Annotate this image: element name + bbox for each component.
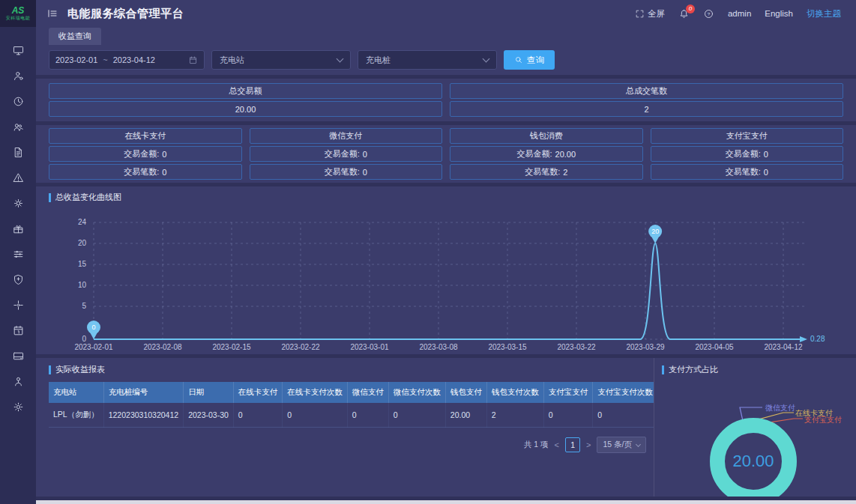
search-icon <box>514 55 523 64</box>
fullscreen-icon <box>635 9 645 19</box>
count-label: 交易笔数: <box>726 166 761 177</box>
count-value: 2 <box>563 168 567 177</box>
pie-label-alipay: 支付宝支付 <box>804 415 842 425</box>
settings-gear-icon <box>12 401 25 413</box>
page-size-select[interactable]: 15 条/页 <box>597 437 646 453</box>
donut-center-value: 20.00 <box>732 452 774 471</box>
summary-card-total-count: 总成交笔数 2 <box>450 83 843 117</box>
svg-text:20: 20 <box>78 239 87 247</box>
payment-card-amount: 交易金额:0 <box>250 146 443 162</box>
station-select-value: 充电站 <box>220 55 244 66</box>
amount-value: 0 <box>363 150 367 159</box>
operator-config-icon <box>12 70 25 82</box>
count-value: 0 <box>764 168 768 177</box>
pile-select[interactable]: 充电桩 <box>358 50 497 70</box>
col-header: 微信支付次数 <box>388 382 445 403</box>
cell-alipay-pay: 0 <box>543 403 593 428</box>
sidebar-item-card-reader[interactable] <box>0 343 36 368</box>
svg-text:2023-03-29: 2023-03-29 <box>626 343 665 351</box>
next-page-button[interactable]: > <box>586 440 591 449</box>
amount-value: 20.00 <box>555 150 576 159</box>
main-area: 电能服务综合管理平台 全屏 0 ? admin English 切换主题 收益 <box>36 0 856 504</box>
topbar-right: 全屏 0 ? admin English 切换主题 <box>635 8 841 19</box>
person-network-icon <box>12 375 25 388</box>
pagination: 共 1 项 < 1 > 15 条/页 <box>49 437 646 453</box>
report-panel: 实际收益报表 充电站 充电桩编号 日期 在线卡支付 在线卡支付次数 微信支付 <box>36 358 654 497</box>
help-icon: ? <box>703 8 714 19</box>
query-button-label: 查询 <box>527 55 544 66</box>
sidebar-item-crosshair[interactable] <box>0 292 36 318</box>
col-header: 支付宝支付次数 <box>593 382 654 403</box>
sidebar-item-calendar[interactable] <box>0 318 36 343</box>
sidebar-item-settings-gear[interactable] <box>0 394 36 419</box>
sidebar-item-users[interactable] <box>0 114 36 139</box>
theme-toggle-link[interactable]: 切换主题 <box>807 8 841 19</box>
page-title: 电能服务综合管理平台 <box>67 7 184 21</box>
svg-text:10: 10 <box>78 281 87 289</box>
svg-text:24: 24 <box>78 218 87 226</box>
report-title: 实际收益报表 <box>55 364 105 375</box>
tab-revenue-query[interactable]: 收益查询 <box>49 28 101 45</box>
cell-online-card-count: 0 <box>283 403 348 428</box>
tabbar: 收益查询 <box>36 27 856 45</box>
col-header: 充电桩编号 <box>103 382 183 403</box>
query-button[interactable]: 查询 <box>504 50 555 70</box>
amount-value: 0 <box>764 150 768 159</box>
prev-page-button[interactable]: < <box>555 440 559 449</box>
col-header: 日期 <box>184 382 234 403</box>
payment-card-title: 微信支付 <box>250 128 443 144</box>
help-button[interactable]: ? <box>703 8 714 19</box>
svg-text:2023-04-05: 2023-04-05 <box>695 343 734 351</box>
revenue-report-table: 充电站 充电桩编号 日期 在线卡支付 在线卡支付次数 微信支付 微信支付次数 钱… <box>49 382 654 428</box>
date-separator: ~ <box>103 55 107 64</box>
payment-card-alipay: 支付宝支付 交易金额:0 交易笔数:0 <box>651 128 844 180</box>
sidebar-item-device-gear[interactable] <box>0 190 36 216</box>
revenue-line-chart: 24201510502023-02-012023-02-082023-02-15… <box>49 203 843 353</box>
sidebar-item-sliders[interactable] <box>0 241 36 267</box>
pie-title-row: 支付方式占比 <box>662 364 849 375</box>
col-header: 在线卡支付 <box>233 382 283 403</box>
svg-text:2023-02-15: 2023-02-15 <box>212 343 251 351</box>
date-range-picker[interactable]: 2023-02-01 ~ 2023-04-12 <box>49 50 205 70</box>
svg-text:15: 15 <box>78 260 87 268</box>
summary-card-title: 总交易额 <box>49 83 442 99</box>
payment-card-wechat: 微信支付 交易金额:0 交易笔数:0 <box>250 128 443 180</box>
sidebar-item-monitor[interactable] <box>0 37 36 63</box>
payment-card-count: 交易笔数:2 <box>450 164 643 180</box>
sidebar-item-operator-config[interactable] <box>0 63 36 88</box>
svg-text:20: 20 <box>651 228 659 235</box>
payment-card-amount: 交易金额:0 <box>49 146 242 162</box>
svg-text:2023-02-01: 2023-02-01 <box>74 343 113 351</box>
language-switch[interactable]: English <box>765 9 793 18</box>
payment-card-amount: 交易金额:20.00 <box>450 146 643 162</box>
sidebar-item-person-network[interactable] <box>0 368 36 394</box>
cell-station: LPL（勿删） <box>49 403 103 428</box>
station-select[interactable]: 充电站 <box>211 50 351 70</box>
sidebar-item-warning[interactable] <box>0 165 36 190</box>
col-header: 充电站 <box>49 382 103 403</box>
pie-title: 支付方式占比 <box>669 364 718 375</box>
amount-label: 交易金额: <box>726 148 761 160</box>
warning-icon <box>12 171 25 184</box>
sidebar-item-clock[interactable] <box>0 88 36 114</box>
page-number[interactable]: 1 <box>565 437 580 452</box>
notification-bell[interactable]: 0 <box>678 8 690 19</box>
pie-label-wechat: 微信支付 <box>765 403 795 413</box>
payment-share-panel: 支付方式占比 微信支付 在线卡支付 支付宝支付 20.00 <box>654 358 856 497</box>
filter-bar: 2023-02-01 ~ 2023-04-12 充电站 充电桩 查询 <box>36 45 856 75</box>
collapse-sidebar-icon[interactable] <box>46 7 58 19</box>
cell-wallet-count: 2 <box>486 403 543 428</box>
summary-card-value: 2 <box>450 101 843 117</box>
sidebar-item-shield[interactable] <box>0 267 36 292</box>
fullscreen-button[interactable]: 全屏 <box>635 8 665 19</box>
payment-card-count: 交易笔数:0 <box>651 164 844 180</box>
date-start-value: 2023-02-01 <box>55 55 97 64</box>
sidebar-item-document[interactable] <box>0 139 36 165</box>
svg-text:2023-02-22: 2023-02-22 <box>281 343 320 351</box>
card-reader-icon <box>12 350 25 362</box>
user-menu[interactable]: admin <box>728 9 751 18</box>
sidebar-item-gift[interactable] <box>0 216 36 241</box>
col-header: 微信支付 <box>347 382 388 403</box>
horizontal-scrollbar[interactable] <box>36 500 856 504</box>
brand-logo-text: AS <box>12 6 25 15</box>
